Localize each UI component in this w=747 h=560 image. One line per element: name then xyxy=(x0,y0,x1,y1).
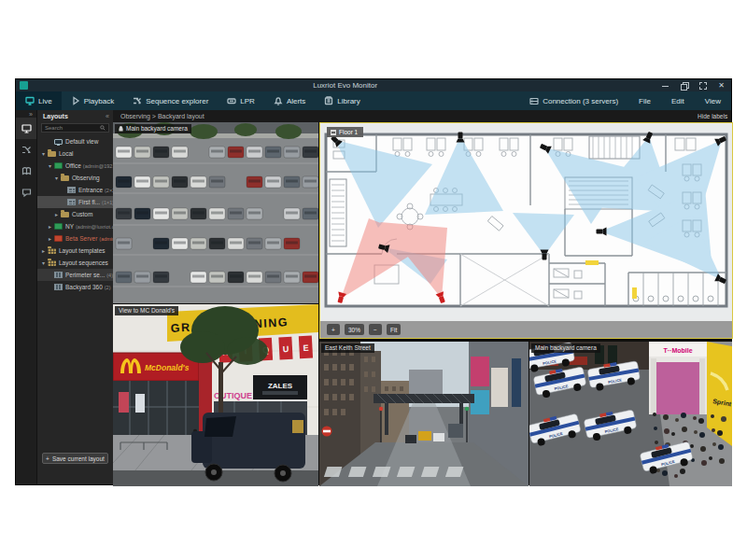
connection-menu[interactable]: Connection (3 servers) xyxy=(519,91,628,110)
strip-share-icon[interactable] xyxy=(16,182,36,203)
tree-item-beta-server[interactable]: ▸Beta Server(admin@l...) xyxy=(37,232,113,245)
play-icon xyxy=(71,96,80,105)
svg-text:McDonald's: McDonald's xyxy=(145,363,190,372)
window-title: Luxriot Evo Monitor xyxy=(28,79,662,91)
app-window: Luxriot Evo Monitor ✕ Live Playback Sequ… xyxy=(15,78,732,485)
plus-icon: + xyxy=(46,455,49,462)
tab-playback[interactable]: Playback xyxy=(62,91,123,110)
zoom-in-button[interactable]: + xyxy=(327,324,340,335)
tree-item-layout-templates[interactable]: ▸Layout templates xyxy=(37,245,113,257)
floor-tab[interactable]: Floor 1 xyxy=(327,127,363,137)
save-current-layout-button[interactable]: + Save current layout xyxy=(42,453,108,464)
camera-tile-main-backyard-top[interactable]: Main backyard camera xyxy=(113,122,318,303)
mcdonalds-street-image: GRAND OPENING UNIQUE McDonald's OUTIQUE … xyxy=(113,304,318,486)
layout-icon xyxy=(67,199,76,205)
street-image xyxy=(319,342,529,486)
collapse-panel-icon[interactable]: « xyxy=(106,113,113,119)
svg-text:T··Mobile: T··Mobile xyxy=(663,347,692,354)
tree-item-perimeter-se[interactable]: Perimeter se...(4) xyxy=(37,269,113,281)
camera-label: East Keith Street xyxy=(321,343,374,353)
menu-view[interactable]: View xyxy=(695,91,731,110)
svg-text:U: U xyxy=(283,344,289,354)
sequence-icon xyxy=(54,284,63,290)
hide-labels-link[interactable]: Hide labels xyxy=(698,113,731,119)
panel-title: Layouts xyxy=(37,113,106,119)
tree-item-local[interactable]: ▾Local xyxy=(37,147,113,160)
folder-icon xyxy=(48,151,56,157)
svg-text:ZALES: ZALES xyxy=(268,382,293,390)
sequence-icon xyxy=(54,272,63,278)
view-icon xyxy=(54,139,63,145)
search-placeholder: Search xyxy=(45,125,100,131)
zoom-level-button[interactable]: 30% xyxy=(345,324,364,335)
server-icon xyxy=(529,97,539,105)
strip-maps-icon[interactable] xyxy=(16,161,36,182)
layouts-tree: Default view▾Local▾Office(admin@192.168.… xyxy=(37,135,113,293)
breadcrumb: Observing > Backyard layout xyxy=(113,113,698,119)
camera-label: Main backyard camera xyxy=(115,124,191,133)
strip-sequences-icon[interactable] xyxy=(16,139,36,161)
layouts-panel: Layouts « Search Default view▾Local▾Offi… xyxy=(36,110,113,484)
license-plate-icon xyxy=(227,96,236,105)
folder-special-icon xyxy=(48,260,56,266)
police-street-image: POLICE T··Mobile Sprint xyxy=(529,342,732,486)
tree-item-observing[interactable]: ▾Observing xyxy=(37,172,113,184)
left-icon-strip: » xyxy=(16,110,36,484)
zoom-out-button[interactable]: − xyxy=(369,324,382,335)
tree-item-default-view[interactable]: Default view xyxy=(37,135,113,147)
tab-lpr[interactable]: LPR xyxy=(218,91,264,110)
layout-icon xyxy=(67,187,76,193)
camera-label: Main backyard camera xyxy=(531,343,600,353)
tab-sequence-explorer[interactable]: Sequence explorer xyxy=(123,91,218,110)
tree-item-first-fl[interactable]: First fl...(1×1)— xyxy=(37,196,113,208)
breadcrumb-bar: Observing > Backyard layout Hide labels xyxy=(113,110,731,122)
restore-icon[interactable] xyxy=(681,82,687,89)
tree-item-custom[interactable]: ▸Custom xyxy=(37,208,113,220)
camera-tile-east-keith-street[interactable]: East Keith Street xyxy=(319,342,529,486)
menu-file[interactable]: File xyxy=(628,91,661,110)
lock-icon xyxy=(119,126,123,132)
map-zoom-bar: + 30% − Fit xyxy=(320,321,732,338)
expand-panel-icon[interactable]: » xyxy=(16,110,36,118)
tab-live[interactable]: Live xyxy=(16,91,62,110)
folder-icon xyxy=(61,212,69,217)
camera-tile-main-backyard-bottom[interactable]: POLICE T··Mobile Sprint Main backyard xyxy=(529,342,732,486)
tab-library[interactable]: Library xyxy=(315,91,369,110)
server-green-icon xyxy=(54,162,63,169)
floor-plan-icon xyxy=(331,130,336,135)
parking-lot-image xyxy=(113,122,318,303)
camera-tile-mcdonalds[interactable]: GRAND OPENING UNIQUE McDonald's OUTIQUE … xyxy=(113,304,318,486)
tree-item-layout-sequences[interactable]: ▾Layout sequences xyxy=(37,257,113,269)
tree-item-office[interactable]: ▾Office(admin@192.168.1.5) xyxy=(37,160,113,172)
app-logo-icon xyxy=(20,81,28,90)
svg-text:E: E xyxy=(303,343,309,353)
server-green-icon xyxy=(54,223,63,230)
tree-item-backyard-360[interactable]: Backyard 360(2) xyxy=(37,281,113,293)
menu-edit[interactable]: Edit xyxy=(661,91,695,110)
close-icon[interactable]: ✕ xyxy=(718,82,725,89)
floor-plan-image xyxy=(320,123,732,321)
camera-label: View to MC Donald's xyxy=(115,306,178,315)
main-toolbar: Live Playback Sequence explorer LPR Aler… xyxy=(16,91,731,110)
folder-icon xyxy=(61,175,69,181)
strip-layouts-icon[interactable] xyxy=(16,118,36,139)
tree-item-entrance[interactable]: Entrance(2×2) xyxy=(37,184,113,196)
monitor-icon xyxy=(25,96,35,105)
title-bar[interactable]: Luxriot Evo Monitor ✕ xyxy=(16,79,731,91)
folder-special-icon xyxy=(48,248,56,254)
sequence-icon xyxy=(133,96,142,105)
floor-plan-panel[interactable]: Floor 1 + 30% − Fit xyxy=(319,122,733,339)
bell-icon xyxy=(274,96,283,105)
minimize-icon[interactable] xyxy=(662,82,669,89)
tab-alerts[interactable]: Alerts xyxy=(264,91,315,110)
server-red-icon xyxy=(54,235,63,242)
search-input[interactable]: Search xyxy=(41,123,109,133)
zoom-fit-button[interactable]: Fit xyxy=(387,324,401,335)
search-icon xyxy=(100,125,106,131)
library-icon xyxy=(324,96,333,105)
tree-item-ny[interactable]: ▸NY(admin@luxriot.com) xyxy=(37,220,113,232)
fullscreen-icon[interactable] xyxy=(699,82,706,89)
